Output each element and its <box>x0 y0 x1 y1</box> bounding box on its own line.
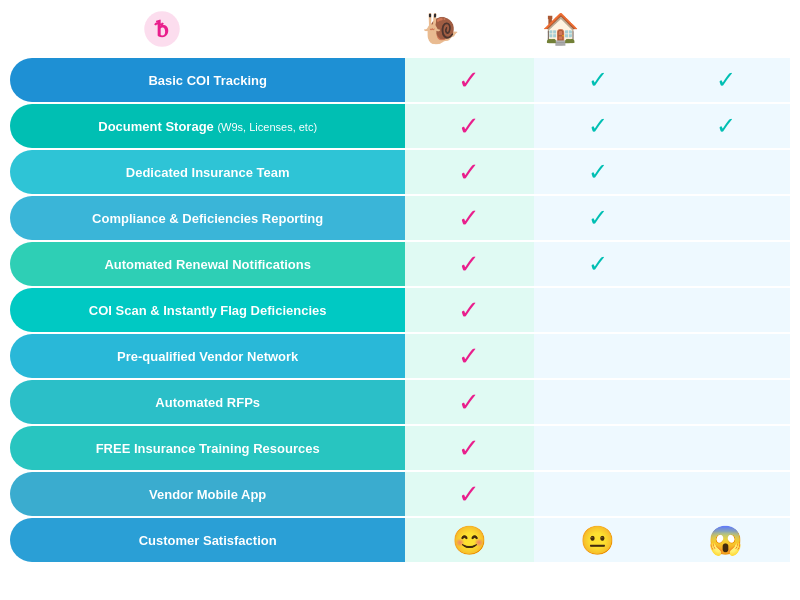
spacer: ᵬ <box>10 10 380 48</box>
bcs-cell: ✓ <box>405 196 533 240</box>
feature-cell: Pre-qualified Vendor Network <box>10 334 405 378</box>
others-icon: 🐌 <box>422 11 459 46</box>
inhouse-cell <box>662 242 790 286</box>
others-cell: ✓ <box>534 58 662 102</box>
feature-cell: Compliance & Deficiencies Reporting <box>10 196 405 240</box>
bcs-cell: ✓ <box>405 472 533 516</box>
feature-cell: FREE Insurance Training Resources <box>10 426 405 470</box>
bcs-cell: ✓ <box>405 426 533 470</box>
table-row: Vendor Mobile App✓ <box>10 472 790 516</box>
feature-cell: Customer Satisfaction <box>10 518 405 562</box>
table-row: Document Storage (W9s, Licenses, etc)✓✓✓ <box>10 104 790 148</box>
others-cell: ✓ <box>534 150 662 194</box>
others-check: ✓ <box>588 204 608 231</box>
others-cell: 😐 <box>534 518 662 562</box>
bcs-cell: ✓ <box>405 242 533 286</box>
table-row: Dedicated Insurance Team✓✓ <box>10 150 790 194</box>
inhouse-cell: 😱 <box>662 518 790 562</box>
feature-cell: COI Scan & Instantly Flag Deficiencies <box>10 288 405 332</box>
others-cell <box>534 334 662 378</box>
bcs-cell: ✓ <box>405 334 533 378</box>
col-header-others: 🐌 <box>380 11 500 48</box>
others-check: ✓ <box>588 158 608 185</box>
feature-cell: Automated Renewal Notifications <box>10 242 405 286</box>
table-row: Automated RFPs✓ <box>10 380 790 424</box>
bcs-check: ✓ <box>458 111 480 141</box>
bcs-cell: ✓ <box>405 104 533 148</box>
bcs-cell: 😊 <box>405 518 533 562</box>
bcs-cell: ✓ <box>405 380 533 424</box>
inhouse-icon: 🏠 <box>542 11 579 46</box>
feature-cell: Dedicated Insurance Team <box>10 150 405 194</box>
inhouse-check: ✓ <box>716 112 736 139</box>
inhouse-cell <box>662 196 790 240</box>
others-check: ✓ <box>588 66 608 93</box>
bcs-cell: ✓ <box>405 288 533 332</box>
inhouse-cell: ✓ <box>662 104 790 148</box>
others-satisfaction: 😐 <box>580 525 615 556</box>
feature-cell: Automated RFPs <box>10 380 405 424</box>
header: ᵬ 🐌 🏠 <box>10 10 790 48</box>
bcs-check: ✓ <box>458 479 480 509</box>
bcs-check: ✓ <box>458 65 480 95</box>
table-row: Basic COI Tracking✓✓✓ <box>10 58 790 102</box>
others-cell: ✓ <box>534 196 662 240</box>
table-row: FREE Insurance Training Resources✓ <box>10 426 790 470</box>
others-cell: ✓ <box>534 242 662 286</box>
table-row: Pre-qualified Vendor Network✓ <box>10 334 790 378</box>
others-cell: ✓ <box>534 104 662 148</box>
others-cell <box>534 380 662 424</box>
bcs-check: ✓ <box>458 157 480 187</box>
feature-cell: Basic COI Tracking <box>10 58 405 102</box>
svg-text:ᵬ: ᵬ <box>154 15 169 42</box>
comparison-table: Basic COI Tracking✓✓✓Document Storage (W… <box>10 56 790 564</box>
others-check: ✓ <box>588 250 608 277</box>
bcs-check: ✓ <box>458 341 480 371</box>
feature-cell: Document Storage (W9s, Licenses, etc) <box>10 104 405 148</box>
inhouse-cell: ✓ <box>662 58 790 102</box>
others-check: ✓ <box>588 112 608 139</box>
logo-area: ᵬ <box>10 10 320 48</box>
bcs-check: ✓ <box>458 433 480 463</box>
col-headers: 🐌 🏠 <box>380 11 790 48</box>
inhouse-satisfaction: 😱 <box>708 525 743 556</box>
bcs-check: ✓ <box>458 387 480 417</box>
col-header-inhouse: 🏠 <box>500 11 620 48</box>
inhouse-cell <box>662 472 790 516</box>
bcs-check: ✓ <box>458 249 480 279</box>
others-cell <box>534 288 662 332</box>
inhouse-check: ✓ <box>716 66 736 93</box>
inhouse-cell <box>662 426 790 470</box>
table-row: COI Scan & Instantly Flag Deficiencies✓ <box>10 288 790 332</box>
bcs-satisfaction: 😊 <box>452 525 487 556</box>
main-container: ᵬ 🐌 🏠 Basic COI Tracking✓✓✓Document Stor… <box>0 0 800 569</box>
inhouse-cell <box>662 150 790 194</box>
inhouse-cell <box>662 380 790 424</box>
bcs-logo-icon: ᵬ <box>143 10 181 48</box>
inhouse-cell <box>662 334 790 378</box>
table-row: Customer Satisfaction😊😐😱 <box>10 518 790 562</box>
others-cell <box>534 426 662 470</box>
inhouse-cell <box>662 288 790 332</box>
bcs-check: ✓ <box>458 203 480 233</box>
table-row: Compliance & Deficiencies Reporting✓✓ <box>10 196 790 240</box>
bcs-cell: ✓ <box>405 150 533 194</box>
table-row: Automated Renewal Notifications✓✓ <box>10 242 790 286</box>
bcs-check: ✓ <box>458 295 480 325</box>
bcs-cell: ✓ <box>405 58 533 102</box>
feature-cell: Vendor Mobile App <box>10 472 405 516</box>
others-cell <box>534 472 662 516</box>
